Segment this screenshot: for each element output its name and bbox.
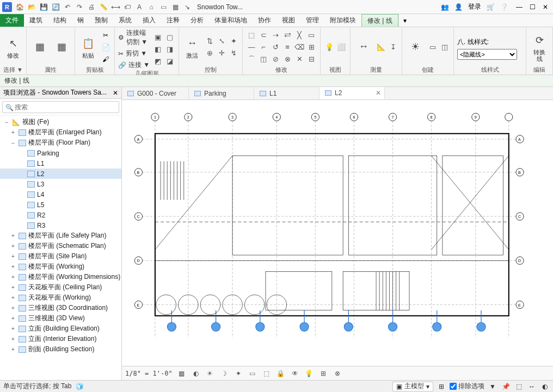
menu-预制[interactable]: 预制 <box>89 14 113 27</box>
tree-node[interactable]: +楼层平面 (Enlarged Plan) <box>0 127 121 138</box>
tree-node[interactable]: R3 <box>0 220 121 231</box>
project-tree[interactable]: –📐视图 (Fe)+楼层平面 (Enlarged Plan)–楼层平面 (Flo… <box>0 116 121 380</box>
menu-结构[interactable]: 结构 <box>48 14 72 27</box>
worksharing-icon[interactable]: ⊞ <box>318 369 328 378</box>
highlight-icon[interactable]: ⊗ <box>333 369 342 378</box>
qat-3d-icon[interactable]: ⌂ <box>147 3 156 11</box>
ribbon-button[interactable]: 📋粘贴 <box>78 35 98 60</box>
menu-修改 | 线[interactable]: 修改 | 线 <box>361 14 398 27</box>
user-icon[interactable]: 👤 <box>454 3 463 11</box>
reveal-icon[interactable]: 💡 <box>304 369 314 378</box>
ribbon-small-button[interactable]: ⮂ <box>282 30 293 41</box>
ribbon-button[interactable]: ↔ <box>354 38 373 57</box>
ribbon-small-button[interactable]: ✦ <box>228 36 239 47</box>
view-scale[interactable]: 1/8" = 1'-0" <box>125 370 173 377</box>
ribbon-small-button[interactable]: ↺ <box>270 42 281 53</box>
menu-注释[interactable]: 注释 <box>161 14 185 27</box>
tree-node[interactable]: R2 <box>0 210 121 220</box>
ribbon-small-button[interactable]: ✕ <box>294 54 305 65</box>
tree-node[interactable]: +楼层平面 (Working Dimensions) <box>0 272 121 282</box>
view-tab[interactable]: G000 - Cover✕ <box>122 87 189 99</box>
tree-node[interactable]: L2 <box>0 169 121 179</box>
menu-钢[interactable]: 钢 <box>72 14 89 27</box>
tree-node[interactable]: L3 <box>0 179 121 189</box>
ribbon-button[interactable]: ↔激活 <box>182 35 202 60</box>
ribbon-small-button[interactable]: ◫ <box>439 42 450 53</box>
tree-node[interactable]: +楼层平面 (Life Safety Plan) <box>0 231 121 241</box>
drag-icon[interactable]: ↔ <box>527 382 537 391</box>
qat-close-icon[interactable]: ↘ <box>183 3 192 11</box>
tree-node[interactable]: +楼层平面 (Working) <box>0 262 121 272</box>
qat-section-icon[interactable]: ▭ <box>159 3 168 11</box>
tree-node[interactable]: +立面 (Interior Elevation) <box>0 334 121 344</box>
menu-管理[interactable]: 管理 <box>300 14 324 27</box>
tree-node[interactable]: L4 <box>0 189 121 200</box>
ribbon-line-button[interactable]: 🔗连接 ▼ <box>118 60 150 70</box>
ribbon-line-button[interactable]: ✂剪切 ▼ <box>118 49 150 58</box>
temp-hide-icon[interactable]: 👁 <box>290 369 300 378</box>
ribbon-line-button[interactable]: ⚙连接端切割 ▼ <box>118 28 150 47</box>
ribbon-button[interactable]: ▦ <box>30 38 50 57</box>
menu-系统[interactable]: 系统 <box>113 14 137 27</box>
menu-视图[interactable]: 视图 <box>276 14 300 27</box>
select-pinned-icon[interactable]: 📌 <box>501 382 511 391</box>
qat-home-icon[interactable]: 🏠 <box>15 3 24 11</box>
close-button[interactable]: ✕ <box>540 3 551 11</box>
tab-close-icon[interactable]: ✕ <box>376 89 381 97</box>
ribbon-button[interactable]: ☀ <box>405 38 425 57</box>
ribbon-small-button[interactable]: ⌐ <box>258 42 269 53</box>
ribbon-small-button[interactable]: ⌒ <box>246 54 257 65</box>
ribbon-small-button[interactable]: ⊞ <box>306 42 317 53</box>
view-tab[interactable]: Parking✕ <box>189 87 254 99</box>
qat-redo-icon[interactable]: ↷ <box>75 3 84 11</box>
ribbon-small-button[interactable]: ◧ <box>152 43 163 54</box>
ribbon-small-button[interactable]: ◫ <box>258 54 269 65</box>
ribbon-small-button[interactable]: ▭ <box>306 30 317 41</box>
ribbon-small-button[interactable]: 💡 <box>324 42 335 53</box>
tree-node[interactable]: +三维视图 (3D View) <box>0 313 121 323</box>
maximize-button[interactable]: ☐ <box>527 3 538 11</box>
exclude-checkbox-input[interactable] <box>450 383 457 390</box>
ribbon-small-button[interactable]: ✂ <box>100 30 111 41</box>
tree-node[interactable]: +剖面 (Building Section) <box>0 344 121 354</box>
shadows-icon[interactable]: ☽ <box>219 369 229 378</box>
qat-open-icon[interactable]: 📂 <box>27 3 36 11</box>
ribbon-small-button[interactable]: ↯ <box>228 48 239 59</box>
menu-overflow-icon[interactable]: ▾ <box>398 14 411 27</box>
ribbon-button[interactable]: ↖修改 <box>3 35 23 60</box>
qat-view-icon[interactable]: ▦ <box>171 3 180 11</box>
ribbon-small-button[interactable]: ⊕ <box>204 48 215 59</box>
ribbon-small-button[interactable]: ≡ <box>282 42 293 53</box>
linestyle-select[interactable]: <隐藏线> <box>457 49 517 60</box>
ribbon-small-button[interactable]: ⊘ <box>270 54 281 65</box>
drawing-canvas[interactable]: 123456789AABBCCDDEE <box>122 100 553 366</box>
login-button[interactable]: 登录 <box>468 2 481 11</box>
ribbon-small-button[interactable]: ▢ <box>164 32 175 42</box>
tree-node[interactable]: +楼层平面 (Site Plan) <box>0 251 121 262</box>
cart-icon[interactable]: 🛒 <box>487 3 495 11</box>
ribbon-button[interactable]: ▦ <box>52 38 71 57</box>
ribbon-small-button[interactable]: 📐 <box>376 42 386 53</box>
background-icon[interactable]: ◐ <box>540 382 550 391</box>
tree-node[interactable]: +楼层平面 (Schematic Plan) <box>0 241 121 251</box>
ribbon-small-button[interactable]: ⬚ <box>246 30 257 41</box>
minimize-button[interactable]: — <box>514 3 525 11</box>
tree-node[interactable]: L5 <box>0 200 121 210</box>
ribbon-small-button[interactable]: ◨ <box>164 43 175 54</box>
qat-measure-icon[interactable]: 📏 <box>99 3 108 11</box>
help-icon[interactable]: ❔ <box>500 3 508 11</box>
ribbon-small-button[interactable]: ◪ <box>164 55 175 66</box>
search-input[interactable] <box>2 101 119 113</box>
select-links-icon[interactable]: ⊞ <box>437 382 446 391</box>
exclude-checkbox[interactable]: 排除选项 <box>450 382 484 391</box>
menu-体量和场地[interactable]: 体量和场地 <box>209 14 253 27</box>
ribbon-small-button[interactable]: ⇅ <box>204 36 215 47</box>
ribbon-small-button[interactable]: ⊗ <box>282 54 293 65</box>
tree-node[interactable]: Parking <box>0 148 121 158</box>
ribbon-small-button[interactable]: ⤡ <box>216 36 227 47</box>
ribbon-small-button[interactable]: — <box>246 42 257 53</box>
search-icon[interactable]: 👥 <box>441 3 449 11</box>
ribbon-small-button[interactable]: ▣ <box>152 32 163 42</box>
ribbon-small-button[interactable]: 📄 <box>100 42 111 53</box>
qat-text-icon[interactable]: A <box>135 3 144 11</box>
